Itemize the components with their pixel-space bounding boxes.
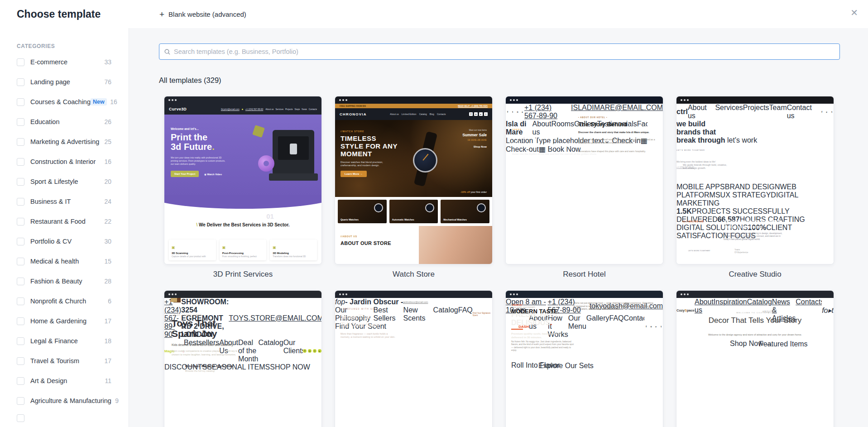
category-item[interactable]: Art & Design 11 [17, 371, 129, 391]
category-item[interactable]: Fashion & Beauty 28 [17, 271, 129, 291]
mini-years-value: 12 [724, 247, 732, 256]
category-item[interactable]: E-commerce 33 [17, 52, 129, 72]
search-input[interactable] [174, 48, 835, 55]
social-icon: p [341, 298, 345, 306]
mini-nav-item: FAQ [609, 314, 624, 339]
service-icon: ▣ [273, 245, 276, 249]
category-checkbox[interactable] [17, 377, 24, 385]
category-count: 24 [104, 198, 111, 205]
dot-icon [242, 109, 243, 110]
category-count: 16 [110, 98, 117, 106]
mini-nav-item: Services [715, 104, 743, 120]
close-icon[interactable]: ✕ [850, 7, 858, 18]
template-card-tokyodash[interactable]: Open 8 am - 10 pm +1 (234) 567-89-00 tok… [506, 291, 663, 427]
template-card-jardin-obscur[interactable]: fop - Jardin Obscur - jardinobscur@email… [335, 291, 492, 427]
mini-kicker: //WATCH STORE [340, 130, 364, 133]
category-item[interactable]: Home & Gardening 17 [17, 311, 129, 331]
category-item[interactable]: Portfolio & CV 30 [17, 231, 129, 251]
categories-section-label: CATEGORIES [17, 43, 129, 49]
template-card-creative-studio[interactable]: ctrl About usServicesProjectsTeamContact… [676, 96, 834, 279]
mini-who-body: We are a creative studio specializing in… [724, 232, 786, 241]
category-checkbox[interactable] [17, 78, 24, 86]
mini-nav-item: News [302, 108, 307, 110]
category-checkbox[interactable] [17, 138, 24, 146]
mini-logo: ctrl [676, 108, 688, 116]
category-list: E-commerce 33 Landing page 76 Courses & … [17, 52, 129, 411]
category-item[interactable]: Landing page 76 [17, 72, 129, 92]
category-item[interactable]: Legal & Finance 18 [17, 331, 129, 351]
mini-logo: CHRONOVIA [340, 112, 367, 116]
category-label: Home & Gardening [30, 317, 86, 325]
mini-phone: +1 (234) 567-89-90 [245, 108, 263, 110]
category-checkbox[interactable] [17, 357, 24, 365]
blank-website-button[interactable]: + Blank website (advanced) [159, 10, 246, 19]
category-item[interactable]: Sport & Lifestyle 20 [17, 172, 129, 192]
category-checkbox[interactable] [17, 58, 24, 66]
category-item[interactable]: Education 26 [17, 112, 129, 132]
social-icon: ▸ [479, 112, 483, 116]
globe-icon: ⊕ [683, 249, 686, 254]
template-card-watch-store[interactable]: FREE SHIPPING FROM $50 NEED HELP: +1 (90… [335, 96, 492, 279]
template-name: Watch Store [335, 270, 492, 279]
social-icon: ▸ [825, 110, 829, 114]
category-count: 9 [111, 397, 119, 404]
category-item-clipped [17, 413, 129, 422]
blank-website-label: Blank website (advanced) [168, 10, 246, 18]
category-checkbox[interactable] [17, 98, 24, 106]
mini-kicker: - PLAY, LEARN, GROW - [172, 314, 204, 317]
category-checkbox[interactable] [17, 218, 24, 225]
category-item[interactable]: Restaurant & Food 22 [17, 211, 129, 231]
category-checkbox[interactable] [17, 337, 24, 345]
template-card-cozyspace[interactable]: CozySpace About usInspirationCatalogNews… [676, 291, 834, 427]
category-count: 16 [104, 158, 111, 165]
category-count: 11 [104, 377, 111, 384]
mini-about-heading: ABOUT OUR STORE [340, 240, 391, 246]
category-item[interactable]: Construction & Interior 16 [17, 152, 129, 172]
mini-cta-sub: Browse the full toy catalog! [185, 369, 215, 372]
category-item[interactable]: Medical & health 15 [17, 251, 129, 271]
category-checkbox [17, 414, 24, 422]
category-item[interactable]: Courses & Coaching New 16 [17, 92, 129, 112]
template-card-resort-hotel[interactable]: fto▸ +1 (234) 567-89-90 ISLADIMARE@EMAIL… [506, 96, 663, 279]
browser-chrome [335, 291, 492, 298]
social-icon: o [308, 349, 312, 353]
category-checkbox[interactable] [17, 258, 24, 265]
category-checkbox[interactable] [17, 238, 24, 245]
mini-pill: BRAND DESIGN [725, 183, 780, 191]
social-icon: t [659, 325, 663, 328]
mini-nav-item: Catalog [419, 113, 427, 115]
category-checkbox[interactable] [17, 198, 24, 206]
mini-topbar-right: NEED HELP: +1 (900) 765-4321 [458, 105, 488, 107]
mini-category-tile: Quartz Watches [338, 200, 387, 223]
mini-nav-item: Contact us [787, 104, 820, 120]
mini-heading: Decor That Tells Your Story [676, 316, 834, 325]
mini-body: We guide brands through bold, creative, … [683, 163, 730, 170]
category-count: 6 [104, 297, 111, 305]
mini-kicker: WELCOME TO COZYSPACE [676, 312, 834, 314]
category-item[interactable]: Business & IT 24 [17, 192, 129, 211]
template-card-magic-toys[interactable]: +1 (234) 567-89-90 SHOWROOM: 3254 EGREMO… [164, 291, 321, 427]
mini-years-label: YearsOf Experience [734, 249, 748, 254]
category-checkbox[interactable] [17, 297, 24, 305]
category-checkbox[interactable] [17, 397, 24, 405]
template-name: 3D Print Services [164, 270, 321, 279]
category-checkbox[interactable] [17, 118, 24, 126]
category-item[interactable]: Travel & Tourism 17 [17, 351, 129, 371]
category-checkbox[interactable] [17, 158, 24, 166]
category-checkbox[interactable] [17, 178, 24, 186]
category-item[interactable]: Agriculture & Manufacturing 9 [17, 391, 129, 411]
category-item[interactable]: Nonprofit & Church 6 [17, 291, 129, 311]
mini-pill: UX STRATEGY [720, 191, 771, 199]
category-checkbox[interactable] [17, 317, 24, 325]
torus-illustration [258, 155, 274, 172]
template-card-3d-print[interactable]: Curve3D 3d.print@email.com +1 (234) 567-… [164, 96, 321, 279]
mini-aside-heading: bring your vision to life — contact ctrl… [676, 154, 834, 158]
category-count: 33 [104, 58, 111, 66]
category-label: Medical & health [30, 258, 79, 265]
category-item[interactable]: Marketing & Advertising 25 [17, 132, 129, 152]
search-bar[interactable] [159, 43, 840, 60]
mini-cta-secondary: Featured Items [759, 340, 808, 348]
category-label: Nonprofit & Church [30, 297, 86, 305]
category-checkbox[interactable] [17, 278, 24, 285]
mini-about-kicker: - about us - [511, 303, 523, 306]
